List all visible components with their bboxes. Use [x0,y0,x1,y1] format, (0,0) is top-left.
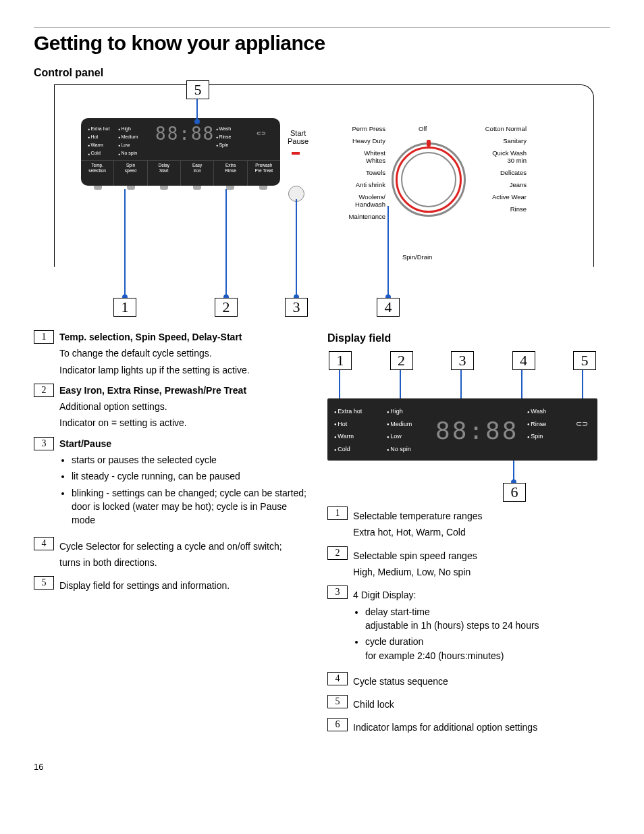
section-display-field: Display field [327,330,601,346]
legend-item: 1Temp. selection, Spin Speed, Delay-Star… [34,330,307,377]
legend-line: Cycle status sequence [353,675,601,688]
legend-title: Temp. selection, Spin Speed, Delay-Start [59,330,307,344]
legend-item: 6Indicator lamps for additional option s… [327,718,601,734]
programs-right: Cotton Normal Sanitary Quick Wash 30 min… [471,125,527,217]
legend-number: 4 [327,672,348,685]
legend-number: 1 [34,330,54,344]
btn-extrarinse: Extra Rinse [214,160,247,186]
page-number: 16 [34,762,610,772]
legend-item: 5Display field for settings and informat… [34,576,307,592]
legend-item: 4Cycle status sequence [327,672,601,688]
legend-line: Indicator lamps for additional option se… [353,721,601,734]
display-field-figure: 1 2 3 4 5 Extra hotHot WarmCold HighMedi… [327,351,597,500]
start-pause-label: StartPause [288,129,308,145]
btn-temp: Temp. selection [81,160,114,186]
legend-number: 4 [34,537,54,550]
legend-item: 5Child lock [327,695,601,711]
btn-delay: Delay Start [148,160,181,186]
seven-segment: 88:88 [155,124,215,144]
prog-spindrain: Spin/Drain [402,253,432,261]
page-title: Getting to know your appliance [34,32,610,55]
legend-title: Easy Iron, Extra Rinse, Prewash/Pre Trea… [59,384,307,397]
legend-line: Child lock [353,698,601,711]
legend-number: 6 [327,718,348,731]
legend-line: High, Medium, Low, No spin [353,565,601,579]
start-pause-led [292,152,300,155]
callout-3: 3 [285,298,308,317]
programs-left: Perm Press Heavy Duty Whitest Whites Tow… [321,125,385,225]
legend-bullet: delay start-time adjustable in 1h (hours… [365,605,601,633]
legend-item: 34 Digit Display:delay start-time adjust… [327,585,601,664]
prog-off: Off [419,125,427,132]
callout-1: 1 [113,298,136,317]
legend-line: Indicator on = setting is active. [59,416,307,429]
legend-bullet: blinking - settings can be changed; cycl… [72,486,307,527]
legend-line: Cycle Selector for selecting a cycle and… [59,540,307,553]
btn-easyiron: Easy Iron [181,160,214,186]
legend-number: 2 [327,546,348,560]
legend-display-field: 1Selectable temperature rangesExtra hot,… [327,506,601,735]
legend-number: 3 [34,437,54,450]
cycle-selector-dial [392,142,466,217]
lock-icon: ⊂⊃ [257,130,266,136]
legend-number: 3 [327,585,348,599]
legend-number: 5 [327,695,348,708]
legend-item: 1Selectable temperature rangesExtra hot,… [327,506,601,540]
legend-item: 3Start/Pausestarts or pauses the selecte… [34,437,307,530]
legend-title: Start/Pause [59,437,307,450]
legend-bullet: lit steady - cycle running, can be pause… [72,469,307,483]
btn-spin: Spin speed [114,160,147,186]
legend-line: To change the default cycle settings. [59,346,307,360]
legend-number: 5 [34,576,54,590]
legend-line: Extra hot, Hot, Warm, Cold [353,525,601,539]
legend-item: 2Easy Iron, Extra Rinse, Prewash/Pre Tre… [34,384,307,430]
legend-number: 2 [34,384,54,397]
callout-5: 5 [186,80,209,99]
callout-2: 2 [215,298,238,317]
legend-bullet: starts or pauses the selected cycle [72,453,307,467]
legend-line: Display field for settings and informati… [59,579,307,592]
legend-line: 4 Digit Display: [353,588,601,602]
legend-number: 1 [327,506,348,520]
legend-item: 4Cycle Selector for selecting a cycle an… [34,537,307,570]
legend-item: 2Selectable spin speed rangesHigh, Mediu… [327,546,601,579]
callout-4: 4 [377,298,400,317]
legend-line: turns in both directions. [59,556,307,569]
legend-line: Additional option settings. [59,400,307,413]
control-panel-figure: 5 /* dot at bottom of that lead */ .figu… [54,84,594,321]
lock-icon: ⊂⊃ [576,419,588,429]
legend-line: Selectable temperature ranges [353,509,601,523]
legend-bullet: cycle duration for example 2:40 (hours:m… [365,635,601,662]
btn-prewash: Prewash Pre Treat [248,160,280,186]
legend-control-panel: 1Temp. selection, Spin Speed, Delay-Star… [34,330,307,741]
legend-line: Selectable spin speed ranges [353,549,601,563]
legend-line: Indicator lamp lights up if the setting … [59,363,307,377]
section-control-panel: Control panel [34,67,610,79]
lcd-panel: Extra hot Hot Warm Cold High Medium Low … [81,118,280,186]
